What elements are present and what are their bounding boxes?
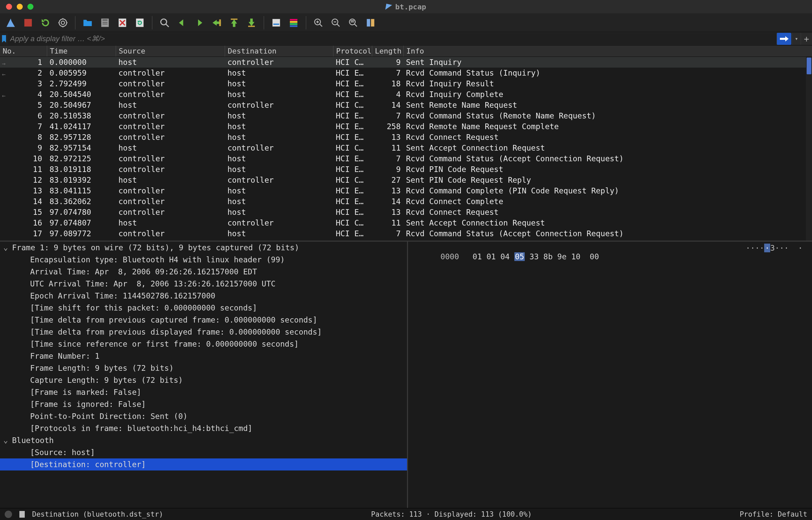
column-header-source[interactable]: Source xyxy=(116,46,225,56)
window-close-button[interactable] xyxy=(6,4,12,10)
svg-point-2 xyxy=(61,21,64,24)
tree-field[interactable]: [Protocols in frame: bluetooth:hci_h4:bt… xyxy=(0,422,407,434)
column-header-protocol[interactable]: Protocol xyxy=(333,46,372,56)
column-header-info[interactable]: Info xyxy=(403,46,812,56)
auto-scroll-button[interactable] xyxy=(269,16,283,30)
zoom-reset-button[interactable] xyxy=(346,16,360,30)
capture-options-button[interactable] xyxy=(55,16,70,30)
packet-row[interactable]: 741.024117controllerhostHCI_E…258Rcvd Re… xyxy=(0,121,812,132)
add-filter-button[interactable]: + xyxy=(801,33,812,45)
tree-field[interactable]: UTC Arrival Time: Apr 8, 2006 13:26:26.1… xyxy=(0,278,407,290)
tree-field[interactable]: Encapsulation type: Bluetooth H4 with li… xyxy=(0,254,407,266)
svg-rect-23 xyxy=(290,25,298,27)
bookmark-icon[interactable] xyxy=(0,32,8,46)
tree-field[interactable]: [Time since reference or first frame: 0.… xyxy=(0,338,407,350)
expert-info-icon[interactable] xyxy=(5,511,12,518)
go-to-packet-button[interactable] xyxy=(209,16,224,30)
zoom-in-button[interactable] xyxy=(311,16,326,30)
svg-rect-16 xyxy=(231,19,238,20)
packet-row[interactable]: ←420.504540controllerhostHCI_E…4Rcvd Inq… xyxy=(0,89,812,100)
status-field: Destination (bluetooth.dst_str) xyxy=(32,510,163,518)
column-header-no[interactable]: No. xyxy=(0,46,47,56)
svg-rect-35 xyxy=(367,19,370,26)
close-file-button[interactable] xyxy=(115,16,130,30)
tree-field[interactable]: Point-to-Point Direction: Sent (0) xyxy=(0,410,407,422)
display-filter-bar: ▾ + xyxy=(0,32,812,46)
capture-file-icon[interactable] xyxy=(19,510,25,518)
packet-list-body[interactable]: →10.000000hostcontrollerHCI_C…9Sent Inqu… xyxy=(0,57,812,241)
packet-list-pane: No. Time Source Destination Protocol Len… xyxy=(0,46,812,241)
svg-line-29 xyxy=(337,24,340,26)
apply-filter-button[interactable] xyxy=(777,33,791,45)
packet-row[interactable]: 882.957128controllerhostHCI_E…13Rcvd Con… xyxy=(0,132,812,142)
packet-row[interactable]: 1483.362062controllerhostHCI_E…14Rcvd Co… xyxy=(0,196,812,207)
bytes-hex-pre: 01 01 04 xyxy=(472,252,514,261)
zoom-out-button[interactable] xyxy=(328,16,343,30)
tree-field[interactable]: [Frame is marked: False] xyxy=(0,386,407,398)
find-packet-button[interactable] xyxy=(157,16,172,30)
main-toolbar xyxy=(0,14,812,32)
status-packets: Packets: 113 · Displayed: 113 (100.0%) xyxy=(371,510,532,518)
packet-row[interactable]: →10.000000hostcontrollerHCI_C…9Sent Inqu… xyxy=(0,57,812,68)
svg-line-25 xyxy=(320,24,322,26)
resize-columns-button[interactable] xyxy=(363,16,378,30)
packet-list-header[interactable]: No. Time Source Destination Protocol Len… xyxy=(0,46,812,57)
packet-row[interactable]: 620.510538controllerhostHCI_E…7Rcvd Comm… xyxy=(0,110,812,121)
stop-capture-button[interactable] xyxy=(21,16,35,30)
packet-row[interactable]: 1383.041115controllerhostHCI_E…13Rcvd Co… xyxy=(0,185,812,196)
packet-row[interactable]: 32.792499controllerhostHCI_E…18Rcvd Inqu… xyxy=(0,78,812,89)
status-profile[interactable]: Profile: Default xyxy=(740,510,807,518)
svg-rect-36 xyxy=(371,19,374,26)
tree-field[interactable]: [Time delta from previous displayed fram… xyxy=(0,326,407,338)
packet-row[interactable]: 1283.019392hostcontrollerHCI_C…27Sent PI… xyxy=(0,175,812,185)
column-header-length[interactable]: Length xyxy=(372,46,403,56)
colorize-button[interactable] xyxy=(286,16,301,30)
packet-row[interactable]: 1697.074807hostcontrollerHCI_C…11Sent Ac… xyxy=(0,217,812,228)
tree-bluetooth-header[interactable]: ⌄Bluetooth xyxy=(0,434,407,446)
packet-row[interactable]: 1797.089772controllerhostHCI_E…7Rcvd Com… xyxy=(0,228,812,239)
tree-field[interactable]: Arrival Time: Apr 8, 2006 09:26:26.16215… xyxy=(0,266,407,278)
go-first-button[interactable] xyxy=(227,16,241,30)
svg-rect-0 xyxy=(24,19,32,26)
packet-row[interactable]: ←20.005959controllerhostHCI_E…7Rcvd Comm… xyxy=(0,68,812,78)
open-file-button[interactable] xyxy=(80,16,95,30)
tree-field[interactable]: Epoch Arrival Time: 1144502786.162157000 xyxy=(0,290,407,302)
go-forward-button[interactable] xyxy=(192,16,207,30)
titlebar: bt.pcap xyxy=(0,0,812,14)
save-file-button[interactable] xyxy=(98,16,112,30)
display-filter-input[interactable] xyxy=(8,33,777,45)
window-zoom-button[interactable] xyxy=(27,4,33,10)
wireshark-fin-icon xyxy=(385,4,392,10)
tree-field[interactable]: [Time shift for this packet: 0.000000000… xyxy=(0,302,407,314)
svg-rect-18 xyxy=(273,19,280,26)
svg-rect-12 xyxy=(136,19,144,27)
svg-rect-8 xyxy=(103,19,108,21)
packet-row[interactable]: 1082.972125controllerhostHCI_E…7Rcvd Com… xyxy=(0,153,812,164)
packet-row[interactable]: 1597.074780controllerhostHCI_E…13Rcvd Co… xyxy=(0,207,812,217)
reload-file-button[interactable] xyxy=(132,16,147,30)
tree-frame-header[interactable]: ⌄Frame 1: 9 bytes on wire (72 bits), 9 b… xyxy=(0,241,407,254)
packet-row[interactable]: 982.957154hostcontrollerHCI_C…11Sent Acc… xyxy=(0,142,812,153)
packet-details-pane[interactable]: ⌄Frame 1: 9 bytes on wire (72 bits), 9 b… xyxy=(0,241,408,508)
column-header-destination[interactable]: Destination xyxy=(225,46,333,56)
tree-field[interactable]: [Source: host] xyxy=(0,446,407,459)
packet-row[interactable]: 1183.019118controllerhostHCI_E…9Rcvd PIN… xyxy=(0,164,812,175)
tree-field-selected[interactable]: [Destination: controller] xyxy=(0,459,407,470)
tree-field[interactable]: Frame Number: 1 xyxy=(0,350,407,362)
column-header-time[interactable]: Time xyxy=(47,46,116,56)
filter-history-button[interactable]: ▾ xyxy=(792,33,801,45)
packet-row[interactable]: 520.504967hostcontrollerHCI_C…14Sent Rem… xyxy=(0,100,812,110)
start-capture-button[interactable] xyxy=(3,16,18,30)
tree-field[interactable]: [Frame is ignored: False] xyxy=(0,398,407,410)
window-minimize-button[interactable] xyxy=(17,4,23,10)
svg-rect-10 xyxy=(103,23,108,24)
packet-bytes-pane[interactable]: 000001 01 04 05 33 8b 9e 10 00 ·····3···… xyxy=(408,241,812,508)
go-last-button[interactable] xyxy=(244,16,259,30)
go-back-button[interactable] xyxy=(174,16,189,30)
status-bar: Destination (bluetooth.dst_str) Packets:… xyxy=(0,508,812,520)
tree-field[interactable]: Capture Length: 9 bytes (72 bits) xyxy=(0,374,407,386)
tree-field[interactable]: Frame Length: 9 bytes (72 bits) xyxy=(0,362,407,374)
packet-list-scrollbar[interactable] xyxy=(806,57,812,241)
tree-field[interactable]: [Time delta from previous captured frame… xyxy=(0,314,407,326)
restart-capture-button[interactable] xyxy=(38,16,53,30)
